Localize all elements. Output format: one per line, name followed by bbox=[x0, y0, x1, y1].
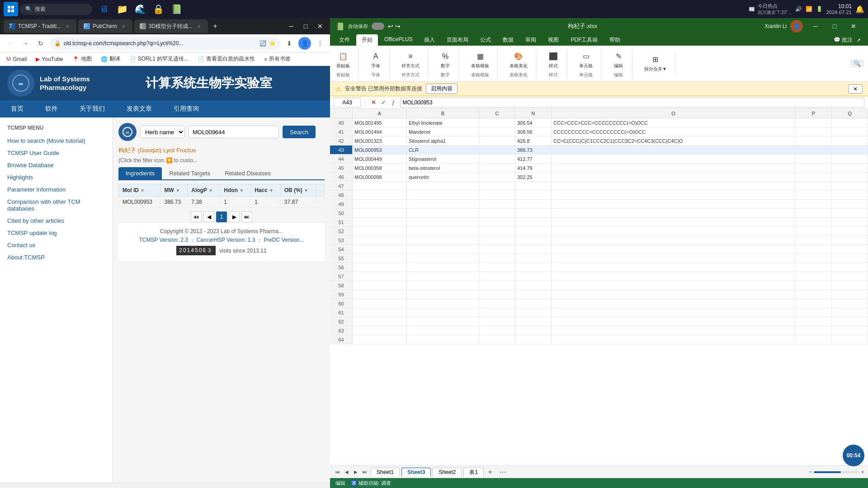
cell-c59[interactable] bbox=[479, 290, 515, 299]
sheet-nav-first[interactable]: ⏮ bbox=[334, 468, 342, 476]
cell-q57[interactable] bbox=[832, 272, 868, 281]
cell-o56[interactable] bbox=[552, 263, 796, 272]
horizontal-scrollbar[interactable] bbox=[0, 483, 330, 488]
cell-b46[interactable]: quercetin bbox=[407, 173, 479, 181]
cell-c61[interactable] bbox=[479, 308, 515, 317]
cell-n56[interactable] bbox=[515, 263, 552, 272]
grid-row-50[interactable]: 50 bbox=[330, 209, 868, 218]
profile-icon[interactable]: 👤 bbox=[298, 37, 311, 50]
grid-row-62[interactable]: 62 bbox=[330, 317, 868, 326]
ribbon-table-btn[interactable]: ▦ 表格模板 bbox=[468, 49, 492, 71]
excel-tab-review[interactable]: 审阅 bbox=[520, 34, 542, 46]
sheet-tab-sheet3[interactable]: Sheet3 bbox=[401, 468, 431, 476]
cell-b61[interactable] bbox=[407, 308, 479, 317]
grid-row-60[interactable]: 60 bbox=[330, 299, 868, 308]
nav-papers[interactable]: 发表文章 bbox=[125, 102, 154, 116]
sheet-nav-last[interactable]: ⏭ bbox=[361, 468, 369, 476]
grid-row-40[interactable]: 40 MOL001495 Ethyl linolenate 306.54 CCC… bbox=[330, 118, 868, 127]
grid-row-64[interactable]: 64 bbox=[330, 335, 868, 344]
excel-tab-insert[interactable]: 插入 bbox=[419, 34, 440, 46]
cell-o41[interactable]: CCCCCCCCCC=CCCCCCCCC(=O)OCC bbox=[552, 127, 796, 136]
cell-a50[interactable] bbox=[353, 209, 407, 217]
cell-a60[interactable] bbox=[353, 299, 407, 308]
cell-q52[interactable] bbox=[832, 227, 868, 235]
sidebar-contact[interactable]: Contact us bbox=[0, 239, 113, 251]
cell-p64[interactable] bbox=[796, 335, 832, 344]
formula-input[interactable] bbox=[400, 98, 864, 108]
cell-q51[interactable] bbox=[832, 218, 868, 226]
cell-p41[interactable] bbox=[796, 127, 832, 136]
ribbon-search[interactable]: 🔍 bbox=[850, 59, 864, 68]
cell-b57[interactable] bbox=[407, 272, 479, 281]
ribbon-merge-btn[interactable]: ⊞ 拆分合并▼ bbox=[642, 52, 670, 74]
taskbar-clock[interactable]: 10:01 2024-07-21 bbox=[826, 3, 852, 15]
sheet-add-btn[interactable]: + bbox=[486, 468, 495, 477]
sidebar-highlights[interactable]: Highlights bbox=[0, 171, 113, 183]
ribbon-style-btn[interactable]: ⬛ 样式 bbox=[545, 49, 561, 71]
col-header-a[interactable]: A bbox=[353, 109, 407, 118]
cell-p51[interactable] bbox=[796, 218, 832, 226]
cell-b56[interactable] bbox=[407, 263, 479, 272]
ribbon-edit-btn[interactable]: ✎ 编辑 bbox=[610, 49, 627, 71]
sidebar-browse-database[interactable]: Browse Database bbox=[0, 159, 113, 171]
sidebar-parameter-info[interactable]: Parameter Information bbox=[0, 183, 113, 196]
tab-close-pubchem[interactable]: ✕ bbox=[120, 23, 127, 30]
cell-q56[interactable] bbox=[832, 263, 868, 272]
excel-tab-layout[interactable]: 页面布局 bbox=[441, 34, 474, 46]
bookmark-all[interactable]: » 所有书签 bbox=[261, 54, 293, 64]
cell-c54[interactable] bbox=[479, 245, 515, 253]
cell-q60[interactable] bbox=[832, 299, 868, 308]
taskbar-search[interactable]: 🔍 搜索 bbox=[20, 4, 92, 15]
cell-q62[interactable] bbox=[832, 317, 868, 326]
cell-c57[interactable] bbox=[479, 272, 515, 281]
cell-a54[interactable] bbox=[353, 245, 407, 253]
bookmark-gmail[interactable]: M Gmail bbox=[4, 55, 29, 63]
sheet-tab-table1[interactable]: 表1 bbox=[463, 467, 484, 477]
cell-q63[interactable] bbox=[832, 326, 868, 335]
cell-n53[interactable] bbox=[515, 236, 552, 244]
cell-n44[interactable]: 412.77 bbox=[515, 155, 552, 163]
excel-autosave-toggle[interactable] bbox=[372, 23, 384, 30]
grid-row-59[interactable]: 59 bbox=[330, 290, 868, 299]
cell-b64[interactable] bbox=[407, 335, 479, 344]
tab-ingredients[interactable]: Ingredients bbox=[118, 167, 162, 179]
grid-row-46[interactable]: 46 MOL000098 quercetin 302.25 bbox=[330, 173, 868, 182]
zoom-slider[interactable] bbox=[814, 471, 859, 473]
cell-b45[interactable]: beta-sitosterol bbox=[407, 164, 479, 172]
cell-n60[interactable] bbox=[515, 299, 552, 308]
cell-c42[interactable] bbox=[479, 136, 515, 145]
cell-p63[interactable] bbox=[796, 326, 832, 335]
cell-q41[interactable] bbox=[832, 127, 868, 136]
cell-o52[interactable] bbox=[552, 227, 796, 235]
excel-tab-view[interactable]: 视图 bbox=[542, 34, 564, 46]
bookmark-sorl1[interactable]: 📄 SORL1 的罕见遗传... bbox=[127, 54, 192, 64]
cell-b60[interactable] bbox=[407, 299, 479, 308]
cell-o45[interactable] bbox=[552, 164, 796, 172]
cell-o64[interactable] bbox=[552, 335, 796, 344]
ribbon-font-btn[interactable]: A 字体 bbox=[368, 49, 384, 71]
cell-o47[interactable] bbox=[552, 182, 796, 190]
sheet-tab-sheet2[interactable]: Sheet2 bbox=[433, 468, 462, 476]
grid-row-49[interactable]: 49 bbox=[330, 200, 868, 209]
cell-a41[interactable]: MOL001494 bbox=[353, 127, 407, 136]
ribbon-number-btn[interactable]: % 数字 bbox=[437, 49, 453, 71]
undo-icon[interactable]: ↩ bbox=[388, 23, 393, 30]
sidebar-user-guide[interactable]: TCMSP User Guide bbox=[0, 147, 113, 159]
ribbon-paste-btn[interactable]: 📋 剪贴板 bbox=[334, 49, 353, 71]
tab-related-diseases[interactable]: Related Diseases bbox=[217, 167, 278, 179]
cell-b47[interactable] bbox=[407, 182, 479, 190]
cell-o62[interactable] bbox=[552, 317, 796, 326]
address-bar[interactable]: 🔒 old.tcmsp-e.com/tcmspsearch.php?qr=Lyc… bbox=[50, 37, 280, 50]
cell-c47[interactable] bbox=[479, 182, 515, 190]
page-prev[interactable]: ◀ bbox=[203, 211, 214, 222]
excel-tab-data[interactable]: 数据 bbox=[497, 34, 519, 46]
cell-a43[interactable]: MOL000953 bbox=[353, 145, 407, 154]
cell-p54[interactable] bbox=[796, 245, 832, 253]
network-icon[interactable]: 📶 bbox=[806, 6, 812, 12]
tab-close-3d[interactable]: ✕ bbox=[195, 23, 203, 30]
cell-q44[interactable] bbox=[832, 155, 868, 163]
excel-maximize-btn[interactable]: □ bbox=[826, 20, 844, 33]
grid-row-63[interactable]: 63 bbox=[330, 326, 868, 335]
cell-c58[interactable] bbox=[479, 281, 515, 290]
cell-a45[interactable]: MOL000358 bbox=[353, 164, 407, 172]
